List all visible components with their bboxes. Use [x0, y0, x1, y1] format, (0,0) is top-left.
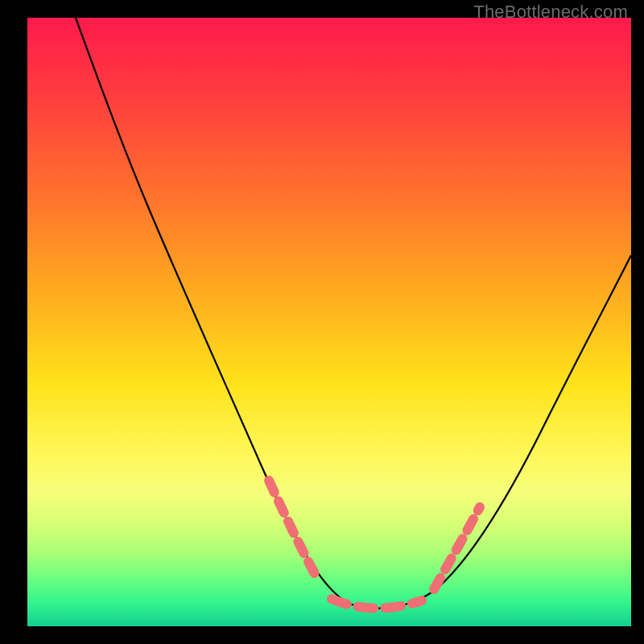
chart-frame: TheBottleneck.com — [0, 0, 644, 644]
watermark-text: TheBottleneck.com — [473, 2, 628, 23]
highlight-floor — [332, 599, 422, 609]
plot-area — [27, 18, 631, 626]
curve-path — [76, 18, 631, 609]
highlight-left — [269, 481, 319, 581]
highlight-right — [434, 507, 480, 589]
bottleneck-curve — [27, 18, 631, 626]
